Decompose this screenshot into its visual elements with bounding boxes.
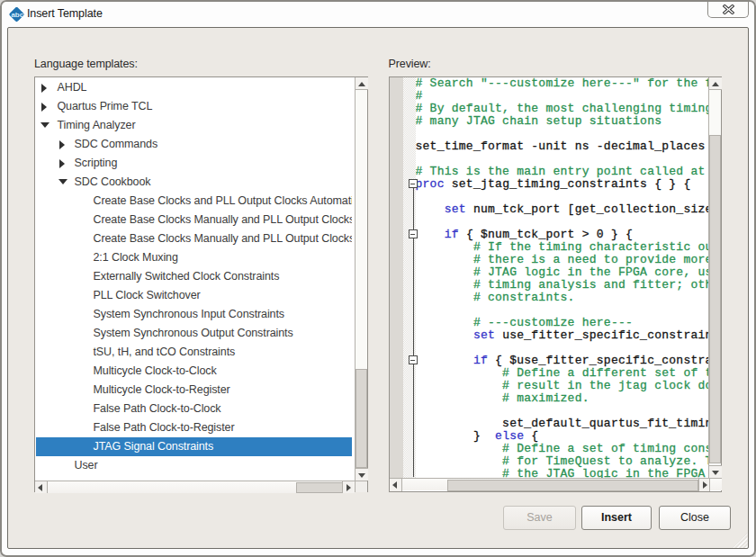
svg-text:abc: abc xyxy=(11,11,23,19)
